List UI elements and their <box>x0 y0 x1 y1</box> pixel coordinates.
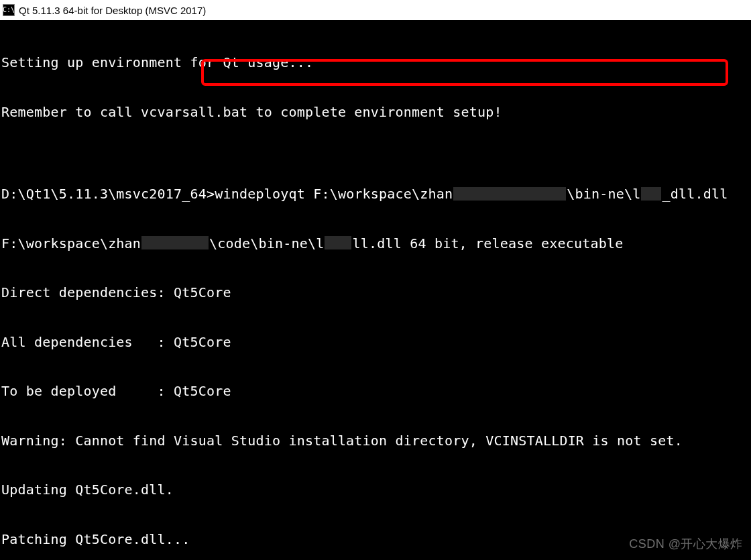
echo-text: \code\bin-ne\l <box>209 235 324 251</box>
command-text: windeployqt F:\workspace\zhan <box>215 186 453 202</box>
cmd-icon: C:\ <box>3 4 15 16</box>
watermark-text: CSDN @开心大爆炸 <box>629 536 743 552</box>
echo-text: F:\workspace\zhan <box>1 235 141 251</box>
redacted-text <box>641 187 661 201</box>
redacted-text <box>325 236 351 249</box>
dep-line: Direct dependencies: Qt5Core <box>1 284 751 301</box>
setup-line: Setting up environment for Qt usage... <box>1 54 751 71</box>
dep-line: To be deployed : Qt5Core <box>1 383 751 400</box>
echo-line: F:\workspace\zhan\code\bin-ne\lll.dll 64… <box>1 235 751 252</box>
redacted-text <box>453 187 566 201</box>
command-text: \bin-ne\l <box>567 186 640 202</box>
warning-line: Warning: Cannot find Visual Studio insta… <box>1 433 751 449</box>
command-line: D:\Qt1\5.11.3\msvc2017_64>windeployqt F:… <box>1 186 751 203</box>
terminal-output[interactable]: Setting up environment for Qt usage... R… <box>0 20 751 560</box>
command-text: _dll.dll <box>662 186 728 202</box>
output-line: Updating Qt5Core.dll. <box>1 482 751 498</box>
dep-line: All dependencies : Qt5Core <box>1 334 751 351</box>
echo-text: ll.dll 64 bit, release executable <box>352 235 623 251</box>
setup-line: Remember to call vcvarsall.bat to comple… <box>1 104 751 121</box>
window-title: Qt 5.11.3 64-bit for Desktop (MSVC 2017) <box>19 5 206 16</box>
prompt-path: D:\Qt1\5.11.3\msvc2017_64> <box>1 186 215 202</box>
redacted-text <box>141 236 209 249</box>
window-titlebar: C:\ Qt 5.11.3 64-bit for Desktop (MSVC 2… <box>0 0 751 20</box>
cmd-icon-text: C:\ <box>3 7 15 13</box>
